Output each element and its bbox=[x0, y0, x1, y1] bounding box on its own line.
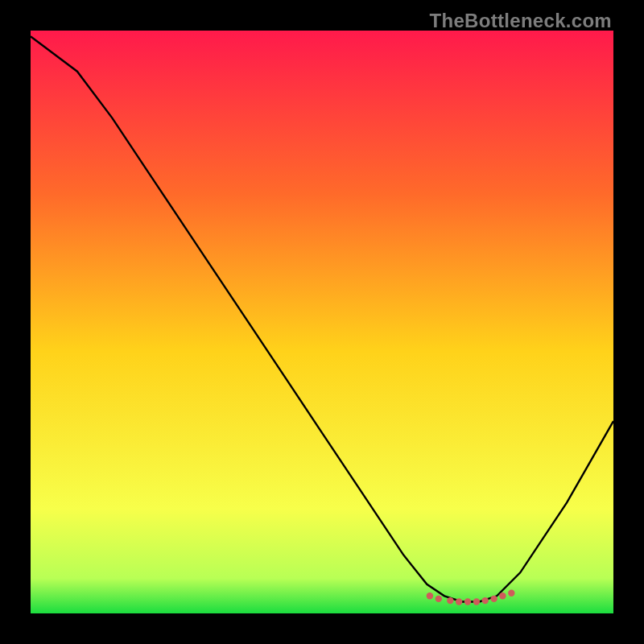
gradient-rect bbox=[31, 31, 613, 613]
optimal-marker bbox=[482, 597, 489, 604]
optimal-marker bbox=[464, 598, 471, 605]
optimal-marker bbox=[508, 590, 514, 597]
optimal-marker bbox=[427, 592, 433, 599]
watermark-text: TheBottleneck.com bbox=[430, 10, 612, 32]
optimal-marker bbox=[447, 597, 453, 604]
optimal-marker bbox=[490, 596, 497, 602]
optimal-marker bbox=[456, 598, 462, 605]
chart-svg bbox=[0, 0, 644, 644]
optimal-marker bbox=[499, 592, 506, 599]
optimal-marker bbox=[473, 598, 480, 605]
optimal-marker bbox=[436, 596, 442, 602]
app-frame: TheBottleneck.com bbox=[0, 0, 644, 644]
